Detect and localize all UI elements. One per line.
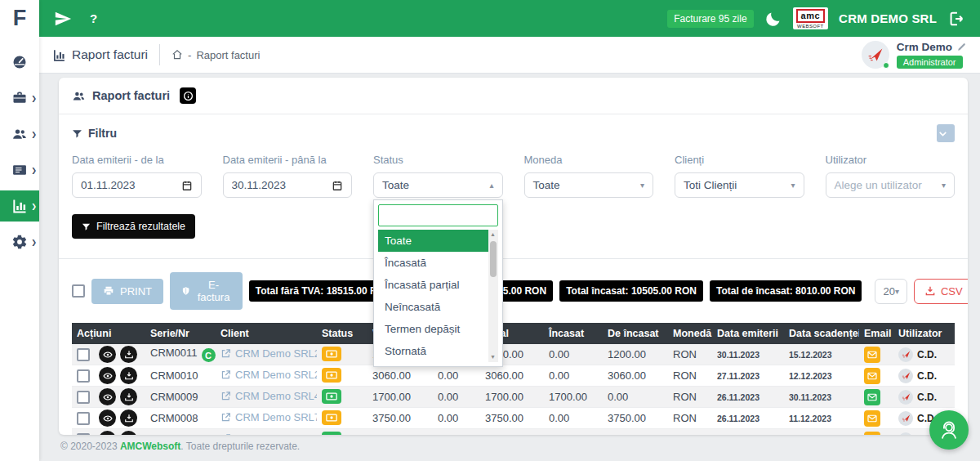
row-checkbox[interactable]	[77, 433, 90, 436]
user-role-badge: Administrator	[897, 56, 963, 69]
user-menu[interactable]: Crm Demo Administrator	[862, 41, 967, 69]
column-header: Utilizator	[893, 323, 955, 344]
email-status-icon[interactable]	[864, 347, 880, 363]
email-status-icon[interactable]	[864, 432, 880, 436]
view-invoice-button[interactable]	[99, 410, 116, 427]
support-chat-button[interactable]	[929, 410, 969, 450]
invoice-serial: CRM0010	[150, 369, 198, 382]
gears-icon	[11, 234, 28, 250]
logout-icon[interactable]	[947, 10, 965, 28]
date-from-value[interactable]	[81, 179, 154, 191]
sidebar-item-business[interactable]: ❯	[0, 83, 39, 114]
amc-websoft-logo[interactable]: amc WEBSOFT	[793, 7, 829, 29]
status-option[interactable]: Termen depășit	[378, 318, 498, 340]
status-option[interactable]: Stornată	[378, 340, 498, 362]
clients-select[interactable]: Toti Clienții ▾	[675, 172, 804, 198]
apply-filter-button[interactable]: Filtrează rezultatele	[72, 214, 195, 239]
select-all-checkbox[interactable]	[72, 284, 85, 298]
status-option[interactable]: Neîncasată	[378, 296, 498, 318]
send-icon[interactable]	[54, 10, 72, 28]
briefcase-icon	[11, 90, 28, 106]
eye-icon	[103, 350, 113, 360]
status-option[interactable]: Încasată parțial	[378, 274, 498, 296]
users-icon	[11, 126, 28, 142]
column-header: Încasat	[544, 323, 603, 344]
scroll-up-icon[interactable]: ▲	[490, 230, 496, 239]
table-row: CRM0008CRM Demo SRL73750.000.003750.000.…	[72, 408, 955, 429]
email-status-icon[interactable]	[864, 368, 880, 384]
sidebar-item-reports[interactable]: ❯	[0, 190, 39, 222]
download-invoice-button[interactable]	[120, 388, 137, 405]
download-invoice-button[interactable]	[120, 367, 137, 384]
download-invoice-button[interactable]	[120, 346, 137, 363]
download-invoice-button[interactable]	[120, 410, 137, 427]
row-checkbox[interactable]	[77, 369, 90, 383]
row-checkbox[interactable]	[77, 412, 90, 425]
currency-select[interactable]: Toate ▾	[524, 172, 654, 198]
status-money-icon	[322, 432, 341, 435]
download-invoice-button[interactable]	[120, 431, 137, 435]
user-select[interactable]: Alege un utilizator ▾	[826, 172, 956, 198]
row-checkbox[interactable]	[77, 391, 90, 404]
online-status-dot	[883, 62, 889, 69]
view-invoice-button[interactable]	[99, 388, 116, 405]
footer-brand-link[interactable]: AMCWebsoft	[120, 441, 180, 452]
help-button[interactable]: ?	[90, 11, 97, 25]
print-button[interactable]: PRINT	[91, 279, 163, 304]
column-header: Data emiterii	[712, 323, 784, 344]
collapse-filter-button[interactable]	[937, 124, 955, 142]
edit-profile-icon[interactable]	[956, 42, 967, 52]
row-checkbox[interactable]	[77, 348, 90, 361]
dropdown-scrollbar[interactable]: ▲ ▼	[488, 230, 498, 362]
shield-icon	[181, 285, 190, 297]
billing-days-badge[interactable]: Facturare 95 zile	[667, 10, 753, 28]
scrollbar-thumb[interactable]	[490, 241, 497, 277]
date-from-input[interactable]	[72, 172, 202, 198]
avatar[interactable]	[862, 41, 889, 69]
submenu-arrow-icon: ❯	[31, 203, 37, 210]
client-link[interactable]: CRM Demo SRL5	[220, 432, 317, 435]
user-name: Crm Demo	[897, 41, 952, 53]
csv-export-button[interactable]: CSV	[914, 279, 968, 304]
client-link[interactable]: CRM Demo SRL4	[220, 390, 317, 402]
client-link[interactable]: CRM Demo SRL2	[220, 369, 317, 381]
amc-logo-subtext: WEBSOFT	[796, 24, 826, 29]
info-icon[interactable]	[180, 87, 196, 104]
column-header: De încasat	[603, 323, 668, 344]
filter-section-header: Filtru	[59, 114, 968, 142]
view-invoice-button[interactable]	[99, 346, 116, 363]
column-header: Data scadenței	[784, 323, 859, 344]
efactura-button[interactable]: E-factura	[170, 272, 243, 310]
download-icon	[124, 435, 134, 436]
page-size-select[interactable]: 20 ▾	[875, 279, 907, 304]
status-search-input[interactable]	[378, 204, 498, 226]
status-select[interactable]: Toate ▴	[373, 172, 503, 198]
breadcrumb-current: Raport facturi	[196, 49, 260, 61]
email-status-icon[interactable]	[864, 389, 880, 405]
date-to-value[interactable]	[232, 179, 305, 191]
scroll-down-icon[interactable]: ▼	[490, 352, 496, 362]
sidebar-item-documents[interactable]: ❯	[0, 154, 39, 186]
column-header: Acțiuni	[72, 323, 145, 344]
chevron-down-icon	[938, 128, 948, 139]
sidebar-item-clients[interactable]: ❯	[0, 119, 39, 150]
home-icon[interactable]	[172, 49, 183, 60]
user-avatar	[898, 369, 913, 383]
plane-icon	[902, 350, 911, 359]
client-link[interactable]: CRM Demo SRL2	[220, 347, 317, 360]
dark-mode-moon-icon[interactable]	[764, 10, 782, 28]
email-status-icon[interactable]	[864, 410, 880, 427]
view-invoice-button[interactable]	[99, 431, 116, 435]
money-icon	[326, 391, 337, 402]
date-to-input[interactable]	[223, 172, 353, 198]
client-link[interactable]: CRM Demo SRL7	[220, 411, 317, 423]
filter-title: Filtru	[88, 127, 117, 140]
view-invoice-button[interactable]	[99, 367, 116, 384]
header-divider	[159, 44, 160, 65]
status-option[interactable]: Încasată	[378, 252, 498, 274]
sidebar-item-dashboard[interactable]	[0, 47, 39, 78]
download-icon	[124, 350, 134, 360]
status-option[interactable]: Toate	[378, 230, 498, 252]
calendar-icon	[332, 180, 343, 191]
sidebar-item-settings[interactable]: ❯	[0, 226, 39, 257]
